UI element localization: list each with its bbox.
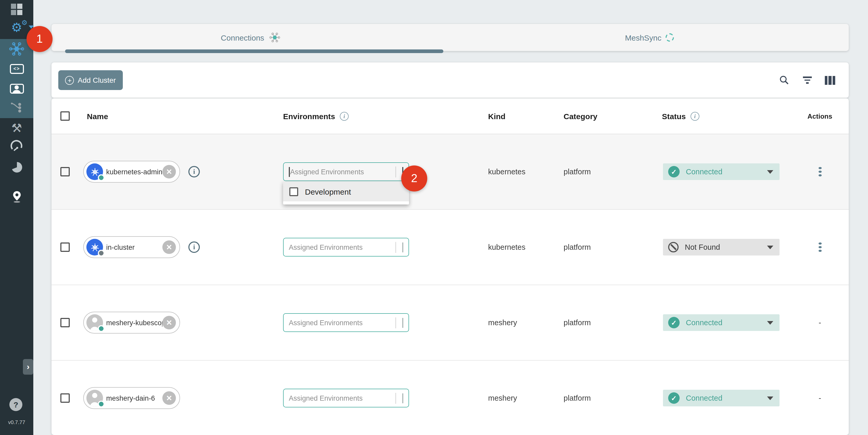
- status-info-icon[interactable]: i: [690, 112, 700, 120]
- kubernetes-avatar: [86, 239, 103, 255]
- text-cursor: [289, 167, 289, 177]
- connection-status-dot: [98, 325, 104, 332]
- configuration-code-icon: <>: [10, 64, 24, 74]
- connection-chip[interactable]: meshery-dain-6 ✕: [83, 387, 180, 409]
- status-dropdown[interactable]: ✓ Connected: [663, 390, 779, 406]
- connections-table: Name Environments i Kind Category Status…: [52, 98, 849, 435]
- sidebar-item-explore[interactable]: [8, 188, 25, 204]
- row-checkbox[interactable]: [60, 243, 70, 252]
- tab-connections[interactable]: Connections: [52, 24, 450, 51]
- environments-select[interactable]: Assigned Environments: [283, 162, 409, 181]
- row-checkbox[interactable]: [60, 318, 70, 327]
- sidebar-item-dashboard[interactable]: [8, 2, 25, 17]
- select-divider: [396, 317, 396, 328]
- kubernetes-helm-icon: [90, 242, 100, 252]
- table-header: Name Environments i Kind Category Status…: [52, 98, 849, 134]
- kubernetes-helm-icon: [90, 167, 100, 177]
- remove-connection-icon[interactable]: ✕: [162, 316, 176, 330]
- performance-gauge-icon: [9, 140, 24, 155]
- remote-session-icon: [10, 84, 24, 93]
- tab-meshsync[interactable]: MeshSync: [450, 24, 849, 51]
- view-columns-button[interactable]: [824, 74, 836, 86]
- tab-meshsync-label: MeshSync: [625, 33, 661, 42]
- sidebar-item-settings[interactable]: ⚙⚙: [8, 20, 25, 35]
- environments-placeholder: Assigned Environments: [289, 319, 392, 327]
- category-value: platform: [564, 243, 662, 251]
- connection-chip[interactable]: meshery-kubescop... ✕: [83, 312, 180, 334]
- row-actions-menu-button[interactable]: [816, 240, 824, 254]
- plus-icon: +: [65, 76, 74, 85]
- not-found-ban-icon: [668, 242, 679, 252]
- connected-check-icon: ✓: [668, 166, 680, 178]
- service-mesh-branch-icon: [9, 100, 24, 115]
- select-divider: [396, 393, 396, 404]
- row-actions-menu-button[interactable]: [816, 165, 824, 179]
- tab-bar: Connections MeshSync: [52, 24, 849, 51]
- connection-status-dot: [98, 401, 104, 407]
- search-button[interactable]: [778, 74, 790, 86]
- status-label: Not Found: [685, 243, 720, 251]
- status-dropdown[interactable]: ✓ Connected: [663, 163, 779, 180]
- filter-button[interactable]: [801, 74, 813, 86]
- connection-info-icon[interactable]: i: [188, 242, 200, 253]
- connected-check-icon: ✓: [668, 392, 680, 404]
- add-cluster-label: Add Cluster: [78, 76, 116, 84]
- column-kind: Kind: [488, 112, 505, 120]
- meshery-app: ⚙⚙ <>: [0, 0, 868, 435]
- remove-connection-icon[interactable]: ✕: [162, 391, 176, 405]
- connected-check-icon: ✓: [668, 317, 680, 328]
- settings-gears-icon: ⚙⚙: [11, 21, 22, 34]
- table-row: kubernetes-admin... ✕ i Assigned Environ…: [52, 134, 849, 210]
- sidebar-item-service-mesh[interactable]: [8, 100, 25, 116]
- search-icon: [778, 74, 790, 86]
- environments-select[interactable]: Assigned Environments: [283, 238, 409, 256]
- add-cluster-button[interactable]: + Add Cluster: [58, 70, 123, 90]
- chevron-down-icon: [402, 393, 403, 403]
- remove-connection-icon[interactable]: ✕: [162, 240, 176, 254]
- dashboard-grid-icon: [11, 4, 22, 15]
- status-dropdown[interactable]: Not Found: [663, 239, 779, 255]
- help-button[interactable]: ?: [9, 398, 22, 411]
- kind-value: meshery: [488, 318, 564, 327]
- sidebar-item-performance[interactable]: [8, 139, 25, 155]
- category-value: platform: [564, 167, 662, 176]
- kind-value: meshery: [488, 394, 564, 402]
- status-dropdown[interactable]: ✓ Connected: [663, 314, 779, 331]
- extensions-pie-icon: [10, 160, 24, 174]
- column-environments: Environments: [283, 112, 335, 120]
- sidebar-item-remote-session[interactable]: [8, 81, 25, 96]
- sidebar-item-toolkit[interactable]: ⚒: [8, 120, 25, 136]
- dropdown-option-development[interactable]: Development: [283, 182, 409, 201]
- option-label: Development: [305, 187, 351, 196]
- remove-connection-icon[interactable]: ✕: [162, 165, 176, 179]
- environments-select[interactable]: Assigned Environments: [283, 389, 409, 407]
- sidebar-item-configuration[interactable]: <>: [8, 61, 25, 76]
- select-open-button[interactable]: [402, 243, 403, 252]
- annotation-step-2: 2: [401, 165, 427, 191]
- status-label: Connected: [686, 318, 722, 327]
- connections-mesh-icon: [9, 41, 25, 57]
- select-all-checkbox[interactable]: [60, 111, 70, 121]
- connection-chip[interactable]: kubernetes-admin... ✕: [83, 161, 180, 183]
- environments-placeholder: Assigned Environments: [290, 168, 392, 176]
- row-checkbox[interactable]: [60, 393, 70, 403]
- meshery-avatar: [86, 390, 103, 406]
- connection-name: in-cluster: [103, 243, 162, 251]
- row-checkbox[interactable]: [60, 167, 70, 177]
- sidebar-item-extensions[interactable]: [8, 159, 25, 175]
- select-open-button[interactable]: [402, 318, 403, 327]
- connection-chip[interactable]: in-cluster ✕: [83, 236, 180, 258]
- table-row: in-cluster ✕ i Assigned Environments kub…: [52, 210, 849, 285]
- table-row: meshery-dain-6 ✕ Assigned Environments m…: [52, 361, 849, 435]
- annotation-step-1: 1: [27, 26, 53, 52]
- sidebar-item-connections[interactable]: [8, 41, 25, 57]
- select-divider: [396, 166, 396, 177]
- connection-info-icon[interactable]: i: [188, 166, 200, 178]
- environments-select[interactable]: Assigned Environments: [283, 313, 409, 332]
- option-checkbox[interactable]: [289, 187, 298, 196]
- sidebar-expand-button[interactable]: ›: [23, 359, 33, 375]
- connections-mesh-spinner-icon: [268, 31, 281, 44]
- environments-info-icon[interactable]: i: [340, 112, 349, 120]
- caret-down-icon: [767, 245, 773, 249]
- select-open-button[interactable]: [402, 393, 403, 403]
